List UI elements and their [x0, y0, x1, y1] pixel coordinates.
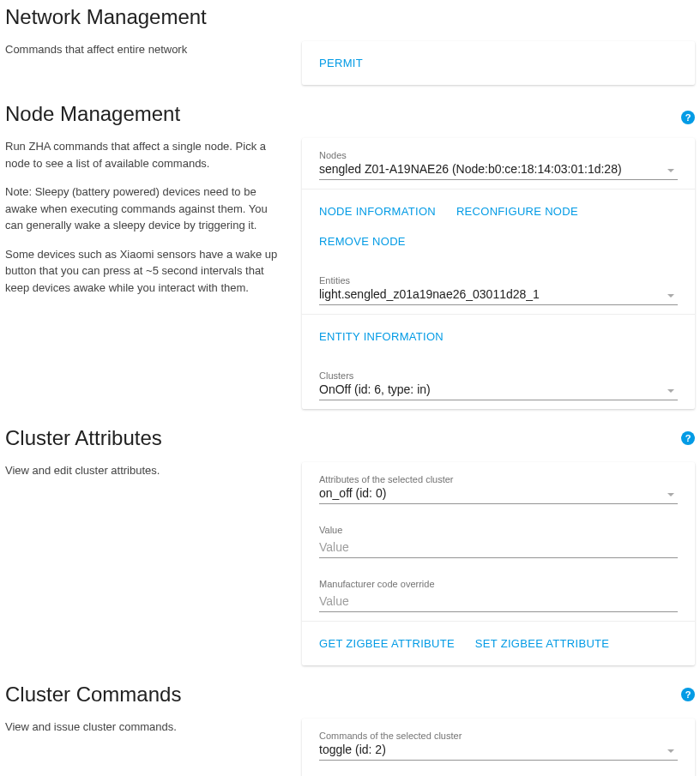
cluster-attributes-desc: View and edit cluster attributes. [5, 462, 281, 479]
node-card: Nodes sengled Z01-A19NAE26 (Node:b0:ce:1… [302, 138, 695, 409]
help-icon[interactable]: ? [681, 431, 695, 445]
remove-node-button[interactable]: REMOVE NODE [319, 226, 414, 256]
chevron-down-icon [667, 749, 674, 753]
entities-value: light.sengled_z01a19nae26_03011d28_1 [319, 287, 540, 301]
network-title: Network Management [5, 5, 281, 29]
help-icon[interactable]: ? [681, 111, 695, 124]
clusters-select[interactable]: OnOff (id: 6, type: in) [319, 382, 678, 400]
node-information-button[interactable]: NODE INFORMATION [319, 196, 444, 226]
node-desc-1: Run ZHA commands that affect a single no… [5, 138, 281, 171]
mfg-override-label: Manufacturer code override [319, 579, 678, 589]
chevron-down-icon [667, 389, 674, 393]
entities-label: Entities [319, 275, 678, 286]
commands-value: toggle (id: 2) [319, 743, 386, 756]
value-input[interactable] [319, 537, 678, 558]
cluster-attributes-card: Attributes of the selected cluster on_of… [302, 462, 695, 665]
help-icon[interactable]: ? [681, 688, 695, 701]
cluster-commands-card: Commands of the selected cluster toggle … [302, 719, 695, 776]
cluster-commands-desc: View and issue cluster commands. [5, 719, 281, 736]
chevron-down-icon [667, 294, 674, 298]
entity-information-button[interactable]: ENTITY INFORMATION [319, 322, 452, 352]
chevron-down-icon [667, 169, 674, 172]
network-card: PERMIT [302, 41, 695, 85]
clusters-value: OnOff (id: 6, type: in) [319, 382, 431, 396]
entities-select[interactable]: light.sengled_z01a19nae26_03011d28_1 [319, 287, 678, 305]
value-label: Value [319, 525, 678, 535]
attributes-value: on_off (id: 0) [319, 486, 386, 500]
nodes-select[interactable]: sengled Z01-A19NAE26 (Node:b0:ce:18:14:0… [319, 162, 678, 180]
get-zigbee-attribute-button[interactable]: GET ZIGBEE ATTRIBUTE [319, 629, 463, 659]
attributes-label: Attributes of the selected cluster [319, 474, 678, 484]
set-zigbee-attribute-button[interactable]: SET ZIGBEE ATTRIBUTE [475, 629, 619, 659]
permit-button[interactable]: PERMIT [319, 50, 363, 76]
chevron-down-icon [667, 493, 674, 496]
attributes-select[interactable]: on_off (id: 0) [319, 486, 678, 504]
commands-label: Commands of the selected cluster [319, 731, 678, 741]
network-desc: Commands that affect entire network [5, 41, 281, 58]
node-desc-2: Note: Sleepy (battery powered) devices n… [5, 183, 281, 234]
mfg-override-input[interactable] [319, 591, 678, 612]
nodes-label: Nodes [319, 150, 678, 160]
reconfigure-node-button[interactable]: RECONFIGURE NODE [456, 196, 587, 226]
cluster-attributes-title: Cluster Attributes [5, 426, 281, 450]
node-desc-3: Some devices such as Xiaomi sensors have… [5, 246, 281, 297]
commands-select[interactable]: toggle (id: 2) [319, 743, 678, 761]
nodes-value: sengled Z01-A19NAE26 (Node:b0:ce:18:14:0… [319, 162, 622, 176]
node-title: Node Management [5, 102, 281, 126]
cluster-commands-title: Cluster Commands [5, 683, 281, 707]
clusters-label: Clusters [319, 370, 678, 381]
